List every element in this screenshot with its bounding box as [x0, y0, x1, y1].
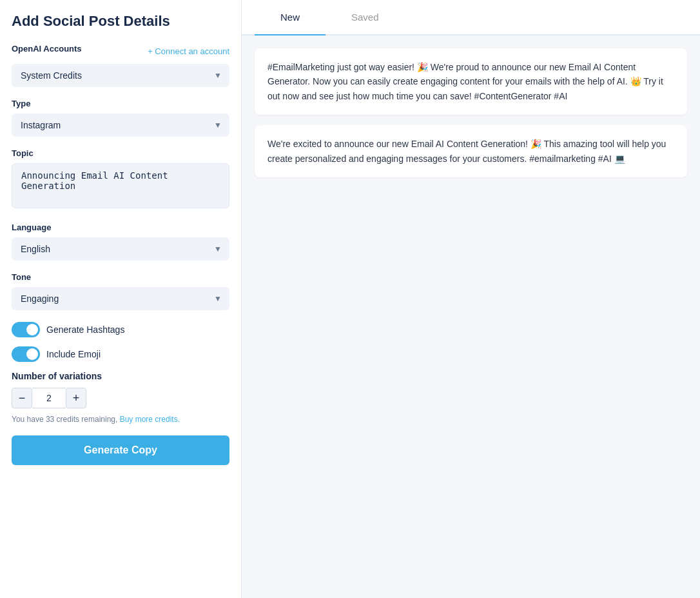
language-field-group: Language English ▼	[12, 223, 229, 261]
left-panel: Add Social Post Details OpenAI Accounts …	[0, 0, 242, 598]
topic-label: Topic	[12, 148, 229, 158]
increment-button[interactable]: +	[66, 388, 86, 408]
tab-new[interactable]: New	[255, 0, 326, 35]
language-label: Language	[12, 223, 229, 232]
result-card-1: #EmailMarketing just got way easier! 🎉 W…	[255, 48, 687, 115]
hashtags-label: Generate Hashtags	[46, 324, 124, 335]
language-select-wrapper: English ▼	[12, 237, 229, 261]
buy-credits-link[interactable]: Buy more credits.	[120, 415, 180, 424]
emoji-label: Include Emoji	[46, 349, 101, 359]
variations-label: Number of variations	[12, 371, 229, 381]
emoji-toggle[interactable]	[12, 346, 40, 362]
type-label: Type	[12, 99, 229, 108]
openai-label: OpenAI Accounts	[12, 44, 82, 54]
account-select-wrapper: System Credits ▼	[12, 64, 229, 87]
account-select[interactable]: System Credits	[12, 64, 229, 87]
topic-input[interactable]	[12, 163, 229, 208]
type-select-wrapper: Instagram ▼	[12, 114, 229, 137]
generate-copy-button[interactable]: Generate Copy	[12, 435, 229, 465]
hashtags-toggle[interactable]	[12, 322, 40, 337]
type-field-group: Type Instagram ▼	[12, 99, 229, 137]
tone-select[interactable]: Engaging	[12, 287, 229, 310]
stepper: − +	[12, 388, 229, 408]
type-select[interactable]: Instagram	[12, 114, 229, 137]
variations-section: Number of variations − +	[12, 371, 229, 408]
hashtags-toggle-row: Generate Hashtags	[12, 322, 229, 337]
tone-field-group: Tone Engaging ▼	[12, 272, 229, 310]
topic-field-group: Topic	[12, 148, 229, 211]
right-panel: New Saved #EmailMarketing just got way e…	[242, 0, 700, 598]
connect-account-link[interactable]: Connect an account	[148, 46, 229, 56]
emoji-toggle-row: Include Emoji	[12, 346, 229, 362]
tone-label: Tone	[12, 272, 229, 282]
page-title: Add Social Post Details	[12, 13, 229, 30]
tabs-header: New Saved	[242, 0, 700, 35]
tab-saved[interactable]: Saved	[326, 0, 405, 35]
language-select[interactable]: English	[12, 237, 229, 261]
decrement-button[interactable]: −	[12, 388, 32, 408]
result-card-2: We're excited to announce our new Email …	[255, 125, 687, 177]
credits-text: You have 33 credits remaining, Buy more …	[12, 415, 229, 424]
tone-select-wrapper: Engaging ▼	[12, 287, 229, 310]
variations-input[interactable]	[32, 388, 66, 408]
tab-content: #EmailMarketing just got way easier! 🎉 W…	[242, 35, 700, 598]
